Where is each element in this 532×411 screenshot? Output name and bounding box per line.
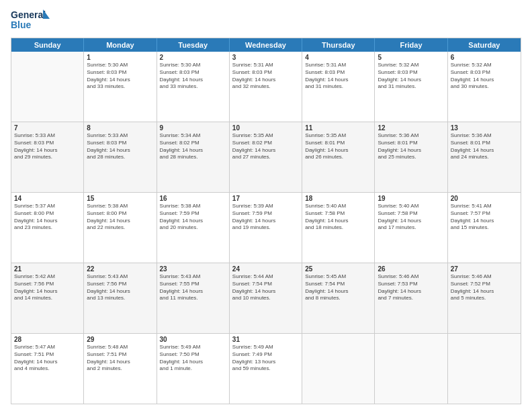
cell-info: Sunrise: 5:40 AM Sunset: 7:58 PM Dayligh… [305,203,371,232]
day-number: 30 [160,336,226,343]
cell-info: Sunrise: 5:30 AM Sunset: 8:03 PM Dayligh… [87,62,153,91]
day-number: 27 [451,265,518,273]
cell-info: Sunrise: 5:46 AM Sunset: 7:52 PM Dayligh… [451,273,518,302]
calendar-cell-28: 28Sunrise: 5:47 AM Sunset: 7:51 PM Dayli… [11,334,84,404]
calendar-cell-empty-4-4 [302,334,375,404]
calendar-row-2: 14Sunrise: 5:37 AM Sunset: 8:00 PM Dayli… [11,192,521,263]
cell-info: Sunrise: 5:49 AM Sunset: 7:49 PM Dayligh… [232,344,299,373]
calendar-cell-26: 26Sunrise: 5:46 AM Sunset: 7:53 PM Dayli… [375,263,447,333]
calendar-cell-11: 11Sunrise: 5:35 AM Sunset: 8:01 PM Dayli… [302,122,375,192]
header: GeneralBlue [11,8,521,32]
calendar-header: SundayMondayTuesdayWednesdayThursdayFrid… [11,38,521,52]
calendar-cell-24: 24Sunrise: 5:44 AM Sunset: 7:54 PM Dayli… [230,263,302,333]
calendar-cell-31: 31Sunrise: 5:49 AM Sunset: 7:49 PM Dayli… [230,334,302,404]
day-number: 24 [232,265,299,273]
calendar-cell-10: 10Sunrise: 5:35 AM Sunset: 8:02 PM Dayli… [230,122,302,192]
day-number: 19 [378,195,444,202]
cell-info: Sunrise: 5:41 AM Sunset: 7:57 PM Dayligh… [451,203,518,232]
cell-info: Sunrise: 5:42 AM Sunset: 7:56 PM Dayligh… [14,273,81,302]
calendar-cell-7: 7Sunrise: 5:33 AM Sunset: 8:03 PM Daylig… [11,122,84,192]
calendar-cell-2: 2Sunrise: 5:30 AM Sunset: 8:03 PM Daylig… [157,52,230,122]
cell-info: Sunrise: 5:31 AM Sunset: 8:03 PM Dayligh… [232,62,299,91]
calendar-cell-6: 6Sunrise: 5:32 AM Sunset: 8:03 PM Daylig… [448,52,521,122]
calendar-cell-empty-0-0 [11,52,84,122]
day-number: 17 [232,195,299,202]
cell-info: Sunrise: 5:38 AM Sunset: 8:00 PM Dayligh… [87,203,153,232]
day-number: 14 [14,195,81,202]
cell-info: Sunrise: 5:49 AM Sunset: 7:50 PM Dayligh… [160,344,226,373]
calendar-cell-22: 22Sunrise: 5:43 AM Sunset: 7:56 PM Dayli… [84,263,157,333]
calendar-cell-13: 13Sunrise: 5:36 AM Sunset: 8:01 PM Dayli… [448,122,521,192]
day-number: 6 [451,54,518,61]
cell-info: Sunrise: 5:30 AM Sunset: 8:03 PM Dayligh… [160,62,226,91]
calendar-cell-15: 15Sunrise: 5:38 AM Sunset: 8:00 PM Dayli… [84,193,157,263]
weekday-header-tuesday: Tuesday [157,38,230,52]
cell-info: Sunrise: 5:34 AM Sunset: 8:02 PM Dayligh… [160,132,226,161]
day-number: 29 [87,336,153,343]
day-number: 12 [378,124,444,132]
cell-info: Sunrise: 5:35 AM Sunset: 8:01 PM Dayligh… [305,132,371,161]
day-number: 31 [232,336,299,343]
day-number: 16 [160,195,226,202]
day-number: 15 [87,195,153,202]
calendar-cell-5: 5Sunrise: 5:32 AM Sunset: 8:03 PM Daylig… [375,52,447,122]
cell-info: Sunrise: 5:35 AM Sunset: 8:02 PM Dayligh… [232,132,299,161]
day-number: 23 [160,265,226,273]
calendar-row-4: 28Sunrise: 5:47 AM Sunset: 7:51 PM Dayli… [11,333,521,404]
calendar-row-1: 7Sunrise: 5:33 AM Sunset: 8:03 PM Daylig… [11,122,521,192]
day-number: 26 [378,265,444,273]
calendar-cell-23: 23Sunrise: 5:43 AM Sunset: 7:55 PM Dayli… [157,263,230,333]
calendar-cell-16: 16Sunrise: 5:38 AM Sunset: 7:59 PM Dayli… [157,193,230,263]
calendar-cell-20: 20Sunrise: 5:41 AM Sunset: 7:57 PM Dayli… [448,193,521,263]
cell-info: Sunrise: 5:33 AM Sunset: 8:03 PM Dayligh… [87,132,153,161]
calendar-cell-empty-4-5 [375,334,447,404]
cell-info: Sunrise: 5:33 AM Sunset: 8:03 PM Dayligh… [14,132,81,161]
cell-info: Sunrise: 5:44 AM Sunset: 7:54 PM Dayligh… [232,273,299,302]
weekday-header-wednesday: Wednesday [230,38,302,52]
cell-info: Sunrise: 5:36 AM Sunset: 8:01 PM Dayligh… [378,132,444,161]
cell-info: Sunrise: 5:38 AM Sunset: 7:59 PM Dayligh… [160,203,226,232]
cell-info: Sunrise: 5:40 AM Sunset: 7:58 PM Dayligh… [378,203,444,232]
svg-text:Blue: Blue [11,19,32,30]
cell-info: Sunrise: 5:46 AM Sunset: 7:53 PM Dayligh… [378,273,444,302]
day-number: 4 [305,54,371,61]
cell-info: Sunrise: 5:36 AM Sunset: 8:01 PM Dayligh… [451,132,518,161]
calendar-cell-14: 14Sunrise: 5:37 AM Sunset: 8:00 PM Dayli… [11,193,84,263]
calendar-cell-27: 27Sunrise: 5:46 AM Sunset: 7:52 PM Dayli… [448,263,521,333]
day-number: 10 [232,124,299,132]
day-number: 25 [305,265,371,273]
day-number: 5 [378,54,444,61]
calendar-cell-1: 1Sunrise: 5:30 AM Sunset: 8:03 PM Daylig… [84,52,157,122]
weekday-header-thursday: Thursday [302,38,375,52]
day-number: 11 [305,124,371,132]
calendar-cell-21: 21Sunrise: 5:42 AM Sunset: 7:56 PM Dayli… [11,263,84,333]
weekday-header-monday: Monday [84,38,157,52]
calendar-cell-empty-4-6 [448,334,521,404]
day-number: 2 [160,54,226,61]
cell-info: Sunrise: 5:37 AM Sunset: 8:00 PM Dayligh… [14,203,81,232]
page: GeneralBlue SundayMondayTuesdayWednesday… [0,0,532,411]
cell-info: Sunrise: 5:32 AM Sunset: 8:03 PM Dayligh… [451,62,518,91]
calendar-cell-3: 3Sunrise: 5:31 AM Sunset: 8:03 PM Daylig… [230,52,302,122]
calendar-cell-17: 17Sunrise: 5:39 AM Sunset: 7:59 PM Dayli… [230,193,302,263]
cell-info: Sunrise: 5:32 AM Sunset: 8:03 PM Dayligh… [378,62,444,91]
cell-info: Sunrise: 5:43 AM Sunset: 7:55 PM Dayligh… [160,273,226,302]
day-number: 3 [232,54,299,61]
cell-info: Sunrise: 5:31 AM Sunset: 8:03 PM Dayligh… [305,62,371,91]
weekday-header-friday: Friday [375,38,447,52]
calendar-cell-25: 25Sunrise: 5:45 AM Sunset: 7:54 PM Dayli… [302,263,375,333]
calendar-cell-18: 18Sunrise: 5:40 AM Sunset: 7:58 PM Dayli… [302,193,375,263]
day-number: 1 [87,54,153,61]
calendar-body: 1Sunrise: 5:30 AM Sunset: 8:03 PM Daylig… [11,52,521,404]
calendar-row-3: 21Sunrise: 5:42 AM Sunset: 7:56 PM Dayli… [11,263,521,333]
calendar-cell-4: 4Sunrise: 5:31 AM Sunset: 8:03 PM Daylig… [302,52,375,122]
calendar-row-0: 1Sunrise: 5:30 AM Sunset: 8:03 PM Daylig… [11,52,521,122]
calendar-cell-12: 12Sunrise: 5:36 AM Sunset: 8:01 PM Dayli… [375,122,447,192]
weekday-header-sunday: Sunday [11,38,84,52]
svg-text:General: General [11,9,46,20]
day-number: 20 [451,195,518,202]
day-number: 8 [87,124,153,132]
day-number: 18 [305,195,371,202]
day-number: 22 [87,265,153,273]
day-number: 9 [160,124,226,132]
